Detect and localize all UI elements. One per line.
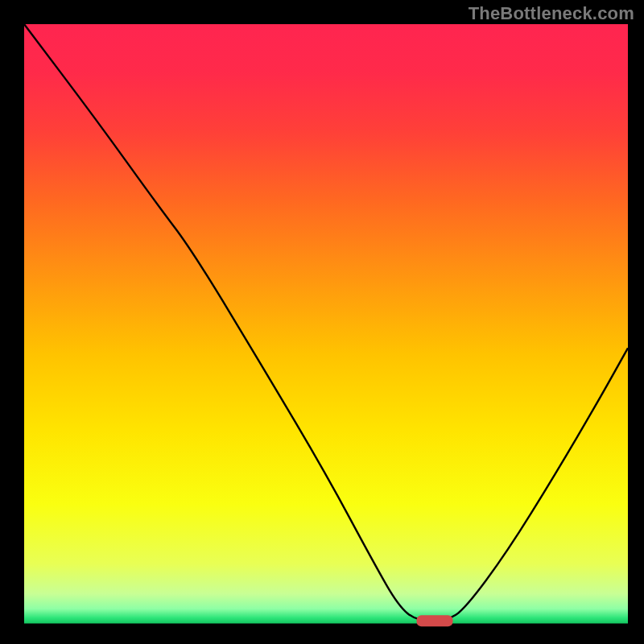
- chart-frame: TheBottleneck.com: [0, 0, 644, 644]
- plot-background: [24, 24, 628, 624]
- bottleneck-chart: [0, 0, 644, 644]
- watermark-text: TheBottleneck.com: [469, 3, 634, 24]
- optimal-marker: [417, 615, 453, 626]
